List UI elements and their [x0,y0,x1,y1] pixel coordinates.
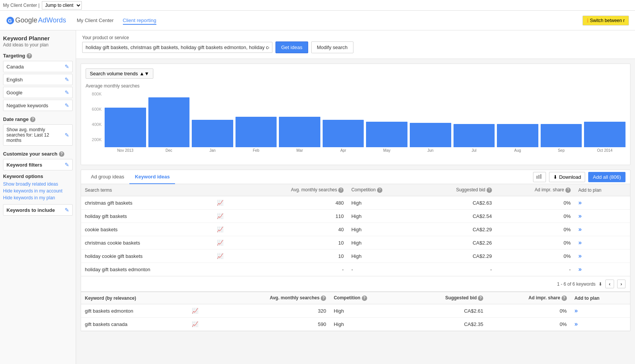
show-broadly-related[interactable]: Show broadly related ideas [3,181,73,188]
tab-actions: ⬇ Download Add all (806) [533,172,625,182]
sidebar-item-google[interactable]: Google ✎ [3,87,73,98]
bar-9[interactable] [497,124,538,147]
bar-4[interactable] [279,117,320,147]
sidebar-item-negative-keywords[interactable]: Negative keywords ✎ [3,100,73,111]
bar-group-10: Sep [541,92,582,153]
trend-cell: 📈 [213,196,239,210]
customize-help-icon[interactable]: ? [59,151,64,157]
bar-5[interactable] [323,120,364,147]
english-edit-icon[interactable]: ✎ [65,76,69,83]
bar-chart-icon [536,174,543,179]
col-keyword-relevance: Keyword (by relevance) [81,292,188,304]
sidebar-kp-section: Keyword Planner Add ideas to your plan [3,35,73,48]
trend-cell: 📈 [213,236,239,250]
modify-search-button[interactable]: Modify search [311,41,353,53]
sidebar-item-canada[interactable]: Canada ✎ [3,61,73,72]
switch-between-btn[interactable]: ℹ Switch between r [582,16,629,25]
nav-client-reporting[interactable]: Client reporting [123,16,156,25]
suggested-bid-cell: CA$2.29 [417,223,496,236]
bar-10[interactable] [541,124,582,147]
bar-3[interactable] [236,117,277,147]
ad-impr-share-cell: 0% [496,210,575,223]
google-edit-icon[interactable]: ✎ [65,89,69,95]
bar-group-5: Apr [323,92,364,153]
bar-0[interactable] [105,108,146,147]
tab-keyword-ideas[interactable]: Keyword ideas [129,170,175,184]
rel-suggested-bid-cell: CA$2.35 [404,318,487,331]
keyword-filters-edit-icon[interactable]: ✎ [65,162,69,168]
sidebar: Keyword Planner Add ideas to your plan T… [0,30,76,364]
date-range-item[interactable]: Show avg. monthly searches for: Last 12 … [3,124,73,146]
ad-impr-share-cell: 0% [496,196,575,210]
search-terms-table: Search terms Avg. monthly searches ? Com… [81,184,630,276]
bar-group-8: Jul [454,92,495,153]
targeting-help-icon[interactable]: ? [27,53,32,59]
keyword-filters-item[interactable]: Keyword filters ✎ [3,159,73,170]
add-to-plan-cell: » [575,223,630,236]
tabs-header: Ad group ideas Keyword ideas ⬇ Download [81,170,630,184]
bar-label-10: Sep [558,148,565,153]
next-page-btn[interactable]: › [617,280,625,288]
col-rel-ad-impr-share: Ad impr. share ? [487,292,570,304]
add-to-plan-cell: » [575,196,630,210]
trend-icon[interactable]: 📈 [217,226,223,232]
get-ideas-button[interactable]: Get ideas [275,41,308,53]
customize-title: Customize your search ? [3,151,73,157]
sort-icon: ⬇ [598,281,602,287]
rel-add-to-plan-arrow[interactable]: » [575,321,578,327]
rel-competition-cell: High [330,304,404,318]
add-all-button[interactable]: Add all (806) [588,172,625,182]
svg-rect-2 [536,176,538,179]
trend-icon[interactable]: 📈 [217,240,223,246]
competition-cell: High [347,250,417,263]
col-suggested-bid: Suggested bid ? [417,184,496,196]
rel-trend-icon[interactable]: 📈 [192,321,198,327]
chart-view-icon[interactable] [533,172,546,182]
kp-header: Your product or service Get ideas Modify… [76,30,635,59]
prev-page-btn[interactable]: ‹ [605,280,614,288]
hide-keywords-account[interactable]: Hide keywords in my account [3,188,73,194]
chart-header: Search volume trends ▲▼ [86,68,625,79]
trend-icon[interactable]: 📈 [217,253,223,259]
add-to-plan-arrow[interactable]: » [578,239,582,246]
trend-icon[interactable]: 📈 [217,200,223,206]
bar-6[interactable] [366,122,407,147]
chart-dropdown-btn[interactable]: Search volume trends ▲▼ [86,68,153,79]
rel-add-to-plan-arrow[interactable]: » [575,307,578,314]
customize-section: Customize your search ? Keyword filters … [3,151,73,216]
bar-group-3: Feb [236,92,277,153]
canada-edit-icon[interactable]: ✎ [65,64,69,70]
jump-to-client-select[interactable]: Jump to client [42,1,82,10]
add-to-plan-arrow[interactable]: » [578,226,582,232]
hide-keywords-plan[interactable]: Hide keywords in my plan [3,194,73,201]
keywords-to-include-edit-icon[interactable]: ✎ [65,207,69,213]
tab-ad-group-ideas[interactable]: Ad group ideas [86,170,129,184]
keyword-cell: gift baskets canada [81,318,188,331]
search-label: Your product or service [82,35,629,40]
bar-7[interactable] [410,123,451,147]
chart-section: Search volume trends ▲▼ Average monthly … [81,64,630,165]
download-button[interactable]: ⬇ Download [549,172,585,182]
bar-11[interactable] [584,122,625,147]
product-service-input[interactable] [82,42,272,53]
bar-2[interactable] [192,120,233,147]
add-to-plan-arrow[interactable]: » [578,266,582,272]
add-to-plan-arrow[interactable]: » [578,213,582,219]
search-terms-header: Search terms Avg. monthly searches ? Com… [81,184,630,196]
nav-my-client-center[interactable]: My Client Center [77,16,114,25]
sidebar-item-english[interactable]: English ✎ [3,74,73,85]
date-range-help-icon[interactable]: ? [30,117,35,122]
avg-monthly-cell: - [239,263,348,276]
negative-kw-edit-icon[interactable]: ✎ [65,102,69,108]
add-to-plan-arrow[interactable]: » [578,253,582,259]
rel-trend-icon[interactable]: 📈 [192,308,198,314]
keywords-to-include-item[interactable]: Keywords to include ✎ [3,204,73,216]
add-to-plan-arrow[interactable]: » [578,199,582,206]
term-cell: holiday gift baskets [81,210,213,223]
bar-8[interactable] [454,124,495,147]
trend-icon[interactable]: 📈 [217,213,223,219]
suggested-bid-cell: CA$2.54 [417,210,496,223]
ad-impr-share-cell: 0% [496,223,575,236]
bar-1[interactable] [148,97,190,147]
date-range-edit-icon[interactable]: ✎ [65,132,69,138]
